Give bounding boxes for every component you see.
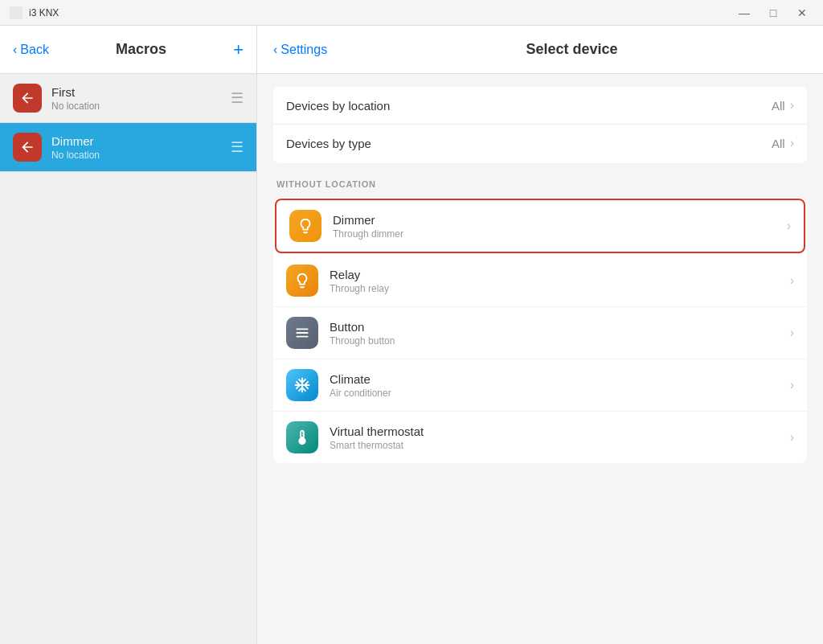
relay-device-text: Relay Through relay — [330, 268, 779, 294]
filter-type-chevron: › — [790, 136, 794, 150]
climate-device-name: Climate — [330, 372, 779, 386]
filter-location-label: Devices by location — [286, 99, 772, 113]
relay-device-icon — [286, 265, 318, 297]
vthermostat-device-icon — [286, 421, 318, 453]
app-icon — [10, 6, 23, 19]
first-icon — [13, 84, 42, 113]
back-button[interactable]: ‹ Back — [13, 43, 49, 57]
first-sub: No location — [51, 100, 221, 112]
vthermostat-device-text: Virtual thermostat Smart thermostat — [330, 425, 779, 451]
settings-chevron-icon: ‹ — [273, 43, 277, 57]
left-panel: ‹ Back Macros + First No location ☰ — [0, 26, 257, 644]
first-menu-icon[interactable]: ☰ — [231, 89, 244, 107]
button-device-icon — [286, 317, 318, 349]
right-panel: ‹ Settings Select device Devices by loca… — [257, 26, 823, 644]
first-name: First — [51, 85, 221, 99]
minimize-button[interactable]: — — [733, 5, 755, 21]
lightbulb-icon — [297, 217, 314, 235]
first-text: First No location — [51, 85, 221, 112]
filter-location-chevron: › — [790, 98, 794, 113]
button-device-text: Button Through button — [330, 320, 779, 347]
relay-device-chevron: › — [790, 273, 794, 288]
relay-device-sub: Through relay — [330, 283, 779, 294]
filter-type-label: Devices by type — [286, 137, 772, 150]
dimmer-device-text: Dimmer Through dimmer — [333, 213, 776, 240]
maximize-button[interactable]: □ — [762, 5, 784, 21]
dimmer-device-name: Dimmer — [333, 213, 776, 227]
dimmer-device-sub: Through dimmer — [333, 228, 776, 240]
filter-group: Devices by location All › Devices by typ… — [273, 87, 807, 163]
device-list: Dimmer Through dimmer › Relay Through re… — [273, 197, 807, 463]
device-item-vthermostat[interactable]: Virtual thermostat Smart thermostat › — [273, 412, 807, 463]
select-device-title: Select device — [337, 41, 807, 58]
list-item-dimmer[interactable]: Dimmer No location ☰ — [0, 123, 256, 172]
title-bar-controls: — □ ✕ — [733, 5, 813, 21]
button-device-chevron: › — [790, 326, 794, 340]
filter-location-value: All — [772, 99, 785, 113]
add-macro-button[interactable]: + — [233, 41, 244, 59]
title-bar-left: i3 KNX — [10, 6, 59, 19]
vthermostat-device-sub: Smart thermostat — [330, 440, 779, 451]
back-chevron-icon: ‹ — [13, 43, 17, 57]
settings-back-button[interactable]: ‹ Settings — [273, 43, 327, 57]
vthermostat-device-name: Virtual thermostat — [330, 425, 779, 438]
device-item-climate[interactable]: Climate Air conditioner › — [273, 359, 807, 412]
dimmer-name: Dimmer — [51, 134, 221, 148]
dimmer-device-icon — [289, 210, 321, 242]
without-location-label: WITHOUT LOCATION — [276, 179, 807, 189]
main-layout: ‹ Back Macros + First No location ☰ — [0, 26, 823, 644]
back-label: Back — [20, 43, 49, 57]
right-header: ‹ Settings Select device — [257, 26, 823, 74]
app-title: i3 KNX — [29, 7, 59, 18]
climate-device-chevron: › — [790, 378, 794, 392]
right-content: Devices by location All › Devices by typ… — [257, 74, 823, 644]
climate-device-sub: Air conditioner — [330, 388, 779, 399]
settings-label: Settings — [280, 43, 327, 57]
list-item-first[interactable]: First No location ☰ — [0, 74, 256, 123]
relay-device-name: Relay — [330, 268, 779, 281]
macros-title: Macros — [116, 41, 166, 58]
filter-type-value: All — [772, 137, 785, 150]
device-item-relay[interactable]: Relay Through relay › — [273, 255, 807, 307]
relay-icon — [293, 272, 311, 289]
dimmer-device-chevron: › — [787, 219, 791, 233]
dimmer-text: Dimmer No location — [51, 134, 221, 161]
button-icon — [293, 324, 311, 342]
dimmer-icon — [13, 133, 42, 162]
thermostat-icon — [293, 429, 311, 446]
climate-device-text: Climate Air conditioner — [330, 372, 779, 399]
close-button[interactable]: ✕ — [791, 5, 813, 21]
device-item-dimmer[interactable]: Dimmer Through dimmer › — [275, 199, 805, 253]
climate-device-icon — [286, 369, 318, 401]
title-bar: i3 KNX — □ ✕ — [0, 0, 823, 26]
filter-by-location[interactable]: Devices by location All › — [273, 87, 807, 125]
dimmer-menu-icon[interactable]: ☰ — [231, 138, 244, 156]
button-device-name: Button — [330, 320, 779, 334]
dimmer-sub: No location — [51, 150, 221, 161]
device-item-button[interactable]: Button Through button › — [273, 307, 807, 359]
filter-by-type[interactable]: Devices by type All › — [273, 125, 807, 162]
arrow-icon-dimmer — [19, 139, 35, 155]
vthermostat-device-chevron: › — [790, 430, 794, 445]
arrow-icon — [19, 90, 35, 106]
left-header: ‹ Back Macros + — [0, 26, 256, 74]
climate-icon — [293, 376, 311, 394]
button-device-sub: Through button — [330, 335, 779, 347]
